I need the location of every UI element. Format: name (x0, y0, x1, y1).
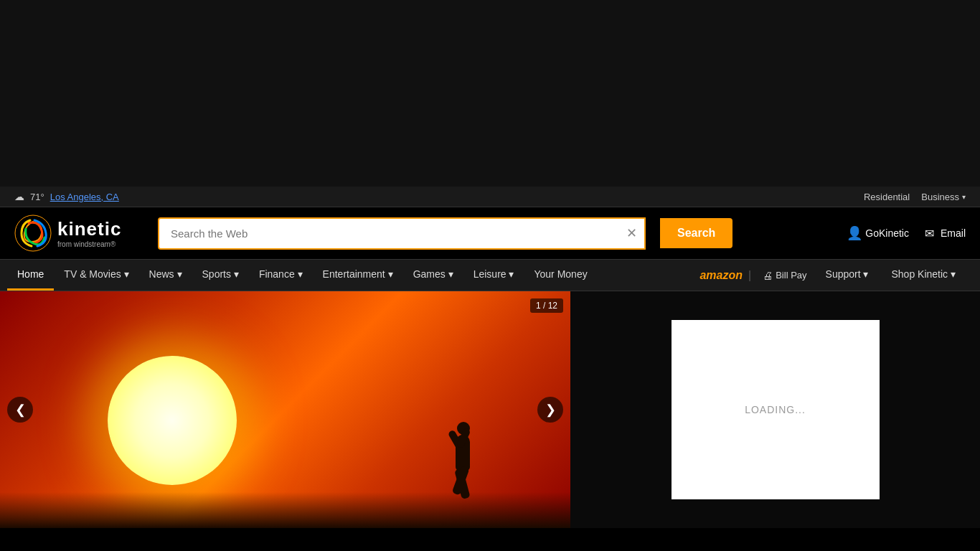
bill-pay-button[interactable]: 🖨 Bill Pay (757, 267, 812, 284)
nav-your-money[interactable]: Your Money (524, 260, 597, 291)
nav-entertainment[interactable]: Entertainment ▾ (313, 260, 403, 291)
sun-graphic (108, 356, 237, 485)
nav-news[interactable]: News ▾ (139, 260, 192, 291)
kinetic-logo-icon (14, 215, 52, 252)
nav-home[interactable]: Home (7, 260, 54, 291)
email-button[interactable]: ✉ Email (923, 227, 966, 239)
nav-left: Home TV & Movies ▾ News ▾ Sports ▾ Finan… (7, 260, 692, 291)
search-input[interactable] (158, 217, 646, 250)
logo-area: kinetic from windstream® (14, 215, 143, 252)
loading-text: LOADING... (745, 404, 806, 415)
billpay-icon: 🖨 (763, 270, 773, 281)
ground-graphic (0, 492, 570, 528)
weather-location[interactable]: Los Angeles, CA (50, 192, 119, 202)
gokinetic-label: GoKinetic (865, 227, 909, 239)
chevron-down-icon: ▾ (962, 193, 966, 201)
hero-image (0, 291, 570, 528)
business-label: Business (921, 192, 959, 202)
person-icon: 👤 (848, 227, 861, 240)
slider-next-button[interactable]: ❯ (537, 397, 563, 423)
hero-slider: 1 / 12 ❮ ❯ (0, 291, 570, 528)
business-dropdown[interactable]: Business ▾ (921, 192, 966, 202)
envelope-icon: ✉ (923, 228, 936, 238)
nav-sports[interactable]: Sports ▾ (192, 260, 249, 291)
nav-shop-kinetic[interactable]: Shop Kinetic ▾ (882, 260, 966, 291)
residential-link[interactable]: Residential (864, 192, 910, 202)
weather-info: ☁ 71° Los Angeles, CA (14, 191, 119, 202)
nav-bar: Home TV & Movies ▾ News ▾ Sports ▾ Finan… (0, 259, 980, 291)
nav-divider: | (745, 269, 754, 282)
nav-leisure[interactable]: Leisure ▾ (463, 260, 524, 291)
bill-pay-label: Bill Pay (776, 270, 806, 281)
slide-counter: 1 / 12 (530, 298, 563, 313)
loading-box: LOADING... (672, 320, 880, 499)
logo-brand: kinetic (57, 218, 121, 240)
gokinetic-button[interactable]: 👤 GoKinetic (848, 227, 909, 240)
weather-right: Residential Business ▾ (864, 192, 966, 202)
nav-tv-movies[interactable]: TV & Movies ▾ (54, 260, 138, 291)
logo-sub: from windstream® (57, 240, 121, 248)
temperature: 71° (30, 192, 44, 202)
main-content: 1 / 12 ❮ ❯ LOADING... (0, 291, 980, 528)
weather-bar: ☁ 71° Los Angeles, CA Residential Busine… (0, 187, 980, 207)
nav-support[interactable]: Support ▾ (816, 260, 879, 291)
cloud-icon: ☁ (14, 191, 24, 202)
search-form: ✕ (158, 217, 646, 250)
right-panel: LOADING... (570, 291, 980, 528)
runner-silhouette (441, 406, 484, 499)
logo-text: kinetic from windstream® (57, 218, 121, 248)
nav-games[interactable]: Games ▾ (403, 260, 463, 291)
nav-finance[interactable]: Finance ▾ (249, 260, 313, 291)
email-label: Email (941, 227, 966, 239)
nav-right: amazon | 🖨 Bill Pay Support ▾ Shop Kinet… (692, 260, 973, 291)
search-clear-button[interactable]: ✕ (618, 225, 646, 241)
amazon-logo[interactable]: amazon (699, 269, 743, 282)
search-bar: kinetic from windstream® ✕ Search 👤 GoKi… (0, 207, 980, 259)
slider-prev-button[interactable]: ❮ (7, 397, 33, 423)
search-button[interactable]: Search (660, 218, 732, 248)
ad-banner (0, 0, 980, 187)
user-actions: 👤 GoKinetic ✉ Email (848, 227, 966, 240)
